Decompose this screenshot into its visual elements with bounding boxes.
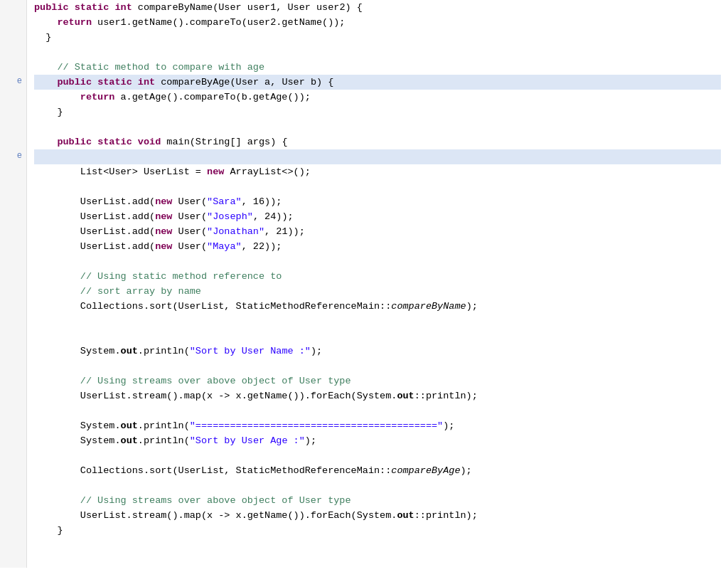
line-num-8 xyxy=(0,105,22,120)
line-num-22 xyxy=(0,314,22,329)
code-line: // sort array by name xyxy=(34,284,721,299)
line-num-19 xyxy=(0,269,22,284)
line-num-21 xyxy=(0,299,22,314)
code-line: public static void main(String[] args) { xyxy=(34,134,721,149)
line-num-3 xyxy=(0,30,22,45)
code-line: // Using streams over above object of Us… xyxy=(34,374,721,388)
line-num-36 xyxy=(0,523,22,538)
code-line: Collections.sort(UserList, StaticMethodR… xyxy=(34,299,721,314)
code-line: System.out.println("Sort by User Name :"… xyxy=(34,344,721,359)
line-numbers: e e xyxy=(0,0,27,568)
line-num-35 xyxy=(0,508,22,523)
code-line: // Static method to compare with age xyxy=(34,60,721,75)
line-num-32 xyxy=(0,463,22,478)
code-line xyxy=(34,314,721,329)
line-num-24 xyxy=(0,344,22,359)
code-line: // Using streams over above object of Us… xyxy=(34,493,721,508)
code-line: public static int compareByName(User use… xyxy=(34,0,721,15)
code-line: UserList.add(new User("Maya", 22)); xyxy=(34,239,721,254)
code-line: // Using static method reference to xyxy=(34,269,721,284)
line-num-33 xyxy=(0,478,22,493)
code-line: UserList.add(new User("Joseph", 24)); xyxy=(34,209,721,224)
line-num-5 xyxy=(0,60,22,75)
code-line: UserList.add(new User("Jonathan", 21)); xyxy=(34,224,721,239)
line-num-12 xyxy=(0,164,22,179)
line-num-38 xyxy=(0,553,22,568)
code-editor: e e xyxy=(0,0,728,572)
line-num-17 xyxy=(0,239,22,254)
code-line xyxy=(34,448,721,463)
line-num-26 xyxy=(0,374,22,388)
code-line xyxy=(34,403,721,418)
code-line xyxy=(34,45,721,60)
code-line: } xyxy=(34,105,721,120)
code-line: } xyxy=(34,30,721,45)
code-line: Collections.sort(UserList, StaticMethodR… xyxy=(34,463,721,478)
code-line: System.out.println("====================… xyxy=(34,418,721,433)
line-num-30 xyxy=(0,433,22,448)
code-content[interactable]: public static int compareByName(User use… xyxy=(27,0,728,568)
line-num-13 xyxy=(0,179,22,194)
code-line: return a.getAge().compareTo(b.getAge()); xyxy=(34,90,721,105)
line-num-25 xyxy=(0,359,22,374)
line-num-28 xyxy=(0,403,22,418)
code-line: List<User> UserList = new ArrayList<>(); xyxy=(34,164,721,179)
code-line: public static int compareByAge(User a, U… xyxy=(34,75,721,90)
line-num-27 xyxy=(0,388,22,403)
line-num-2 xyxy=(0,15,22,30)
code-line xyxy=(34,254,721,269)
code-line: System.out.println("Sort by User Age :")… xyxy=(34,433,721,448)
code-line: } xyxy=(34,523,721,538)
line-num-23 xyxy=(0,329,22,344)
code-line xyxy=(34,478,721,493)
code-area: e e xyxy=(0,0,728,568)
code-line: UserList.stream().map(x -> x.getName()).… xyxy=(34,388,721,403)
line-num-29 xyxy=(0,418,22,433)
line-num-37 xyxy=(0,538,22,553)
line-num-16 xyxy=(0,224,22,239)
line-num-11: e xyxy=(0,149,22,164)
line-num-7 xyxy=(0,90,22,105)
line-num-15 xyxy=(0,209,22,224)
line-num-31 xyxy=(0,448,22,463)
code-line: return user1.getName().compareTo(user2.g… xyxy=(34,15,721,30)
line-num-9 xyxy=(0,120,22,134)
code-line xyxy=(34,359,721,374)
code-line xyxy=(34,179,721,194)
line-num-6: e xyxy=(0,75,22,90)
code-line: UserList.add(new User("Sara", 16)); xyxy=(34,194,721,209)
code-line xyxy=(34,329,721,344)
line-num-1 xyxy=(0,0,22,15)
code-line xyxy=(34,120,721,134)
line-num-18 xyxy=(0,254,22,269)
code-line: UserList.stream().map(x -> x.getName()).… xyxy=(34,508,721,523)
line-num-4 xyxy=(0,45,22,60)
line-num-10 xyxy=(0,134,22,149)
line-num-14 xyxy=(0,194,22,209)
code-line xyxy=(34,149,721,164)
line-num-20 xyxy=(0,284,22,299)
line-num-34 xyxy=(0,493,22,508)
